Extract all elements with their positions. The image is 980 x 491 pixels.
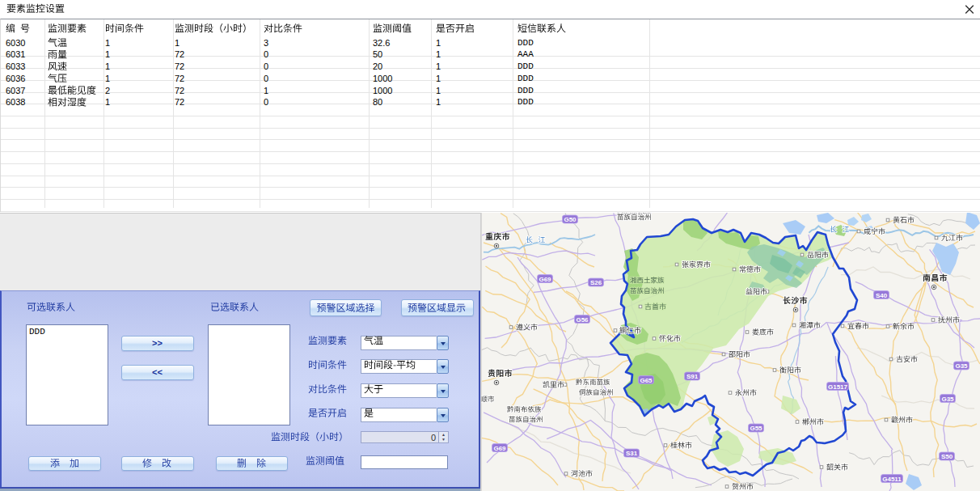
svg-text:G65: G65 (640, 377, 653, 384)
svg-text:G1517: G1517 (828, 383, 848, 391)
svg-text:S91: S91 (686, 373, 699, 380)
svg-text:G50: G50 (564, 216, 577, 223)
svg-text:G4511: G4511 (882, 476, 902, 483)
svg-text:G55: G55 (750, 425, 762, 432)
svg-text:S26: S26 (590, 279, 602, 286)
svg-text:G56: G56 (576, 316, 589, 324)
svg-text:S50: S50 (941, 453, 953, 460)
svg-text:G35: G35 (941, 396, 954, 403)
svg-text:S40: S40 (876, 292, 888, 299)
svg-text:G35: G35 (955, 362, 968, 370)
svg-text:S31: S31 (626, 450, 638, 457)
svg-text:G69: G69 (539, 276, 551, 283)
svg-text:G69: G69 (493, 445, 506, 452)
